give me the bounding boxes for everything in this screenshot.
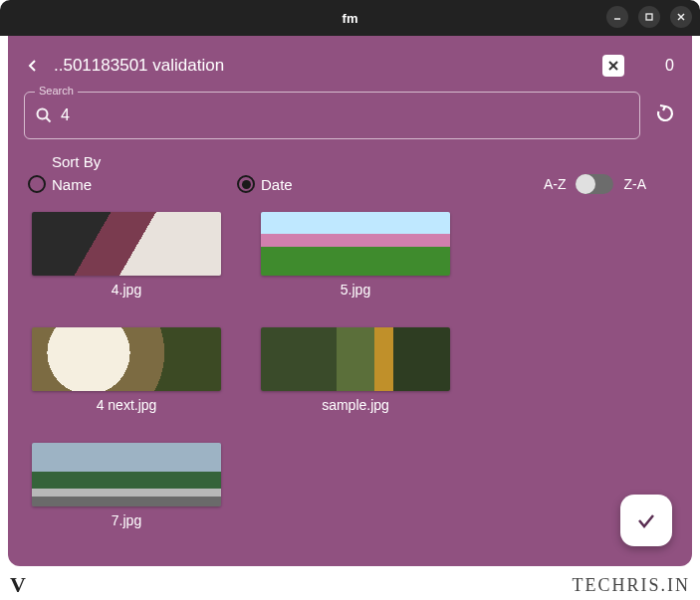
thumbnail-image — [32, 327, 221, 391]
thumbnail-image — [261, 327, 450, 391]
sort-row: Name Date A-Z Z-A — [24, 174, 676, 194]
file-tile[interactable]: sample.jpg — [261, 327, 450, 413]
clear-button[interactable] — [602, 55, 624, 77]
selection-count: 0 — [636, 57, 676, 75]
close-window-button[interactable] — [670, 6, 692, 28]
page-footer: V TECHRIS.IN — [0, 570, 700, 600]
search-input[interactable] — [61, 106, 629, 124]
footer-mark: V — [10, 572, 26, 598]
footer-brand: TECHRIS.IN — [573, 575, 691, 596]
file-name: 4.jpg — [112, 282, 141, 298]
radio-icon — [28, 175, 46, 193]
thumbnail-image — [261, 212, 450, 276]
window-title: fm — [343, 11, 358, 26]
window-controls — [606, 6, 692, 28]
titlebar: fm — [0, 0, 700, 36]
sort-order-group: A-Z Z-A — [544, 174, 646, 194]
file-grid: 4.jpg 5.jpg 4 next.jpg sample.jpg 7.jpg — [24, 194, 676, 528]
confirm-fab[interactable] — [620, 495, 672, 546]
refresh-button[interactable] — [654, 102, 676, 128]
search-row: Search — [24, 92, 676, 139]
file-tile[interactable]: 4 next.jpg — [32, 327, 221, 413]
thumbnail-image — [32, 212, 221, 276]
minimize-button[interactable] — [606, 6, 628, 28]
back-button[interactable] — [24, 57, 42, 75]
file-name: 5.jpg — [341, 282, 370, 298]
svg-point-6 — [38, 109, 48, 119]
file-tile[interactable]: 4.jpg — [32, 212, 221, 298]
order-az-label: A-Z — [544, 176, 567, 192]
nav-row: ..501183501 validation 0 — [24, 46, 676, 86]
search-icon — [35, 106, 53, 124]
order-za-label: Z-A — [623, 176, 646, 192]
sort-radio-name[interactable]: Name — [28, 175, 92, 193]
file-name: 7.jpg — [112, 512, 141, 528]
file-tile[interactable]: 7.jpg — [32, 443, 221, 528]
sort-option-label: Name — [52, 176, 92, 193]
search-field[interactable]: Search — [24, 92, 640, 139]
maximize-button[interactable] — [638, 6, 660, 28]
svg-line-7 — [47, 118, 51, 122]
breadcrumb: ..501183501 validation — [54, 56, 590, 76]
svg-rect-1 — [646, 14, 652, 20]
thumbnail-image — [32, 443, 221, 506]
sort-by-label: Sort By — [52, 153, 676, 170]
file-name: 4 next.jpg — [97, 397, 157, 413]
file-name: sample.jpg — [322, 397, 389, 413]
file-tile[interactable]: 5.jpg — [261, 212, 450, 298]
sort-option-label: Date — [261, 176, 293, 193]
search-legend: Search — [35, 85, 78, 97]
sort-radio-date[interactable]: Date — [237, 175, 293, 193]
sort-order-switch[interactable] — [576, 174, 613, 194]
radio-icon — [237, 175, 255, 193]
app-window: ..501183501 validation 0 Search Sort By … — [8, 36, 692, 566]
